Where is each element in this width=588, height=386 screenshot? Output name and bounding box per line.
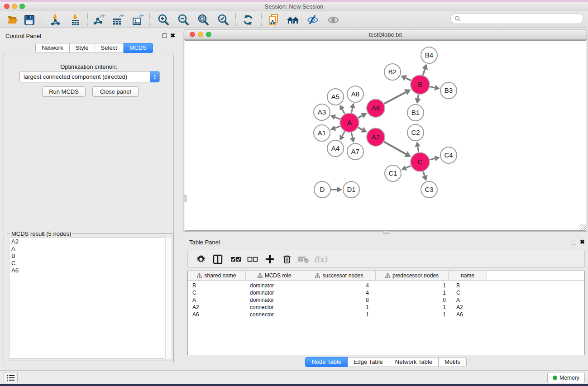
- graph-edge-A-A5[interactable]: [342, 109, 345, 114]
- network-graph[interactable]: B4B2BB3A5A8A6B1A3AA1C2A2A4A7C4CC1C3DD1: [185, 41, 586, 230]
- fx-label: f(x): [314, 255, 327, 264]
- table-tab-edge-table[interactable]: Edge Table: [348, 357, 389, 367]
- graph-edge-B-B2[interactable]: [406, 78, 411, 80]
- search-input[interactable]: [461, 15, 574, 22]
- export-network-icon[interactable]: [91, 12, 107, 28]
- table-row[interactable]: Bdominator41B: [188, 282, 584, 289]
- open-file-icon[interactable]: [5, 12, 20, 28]
- table-settings-gear-icon[interactable]: [193, 252, 209, 267]
- deselect-all-icon[interactable]: [245, 252, 260, 267]
- table-row[interactable]: Adominator80A: [188, 296, 584, 304]
- graph-node-label-C1: C1: [388, 169, 397, 177]
- function-builder-icon[interactable]: f(x): [313, 252, 328, 267]
- mcds-result-item[interactable]: A2: [10, 238, 171, 245]
- tab-style[interactable]: Style: [70, 43, 95, 53]
- mcds-result-item[interactable]: A6: [10, 267, 171, 274]
- graph-edge-A6-B[interactable]: [384, 92, 406, 104]
- graph-node-label-C3: C3: [425, 186, 433, 193]
- window-resize-grip[interactable]: [580, 224, 586, 230]
- export-table-icon[interactable]: [110, 12, 126, 28]
- graph-edge-B-B4[interactable]: [423, 69, 425, 75]
- criterion-dropdown[interactable]: largest connected component (directed) ▲…: [19, 71, 160, 82]
- zoom-fit-icon[interactable]: [196, 12, 211, 28]
- result-scrollbar[interactable]: [165, 238, 171, 359]
- table-row[interactable]: Cdominator41C: [188, 289, 584, 296]
- graph-edge-A-A2[interactable]: [358, 128, 362, 130]
- float-panel-icon[interactable]: [163, 33, 167, 38]
- select-all-icon[interactable]: [228, 252, 244, 267]
- node-table[interactable]: shared nameMCDS rolesuccessor nodesprede…: [187, 271, 585, 355]
- table-row[interactable]: A6connector11A6: [188, 311, 584, 318]
- graph-edge-arrowhead: [337, 187, 342, 193]
- graph-edge-A-A4[interactable]: [342, 131, 345, 136]
- horizontal-splitter[interactable]: [184, 232, 588, 234]
- table-tab-network-table[interactable]: Network Table: [389, 357, 439, 367]
- graph-edge-A-A1[interactable]: [335, 126, 340, 128]
- memory-button[interactable]: Memory: [547, 372, 585, 383]
- graph-edge-B-B3[interactable]: [430, 86, 435, 87]
- task-history-button[interactable]: [4, 372, 18, 383]
- network-window-title: testGlobe.txt: [184, 31, 587, 38]
- home-layout-icon[interactable]: [285, 12, 301, 28]
- column-header-filler: [487, 271, 584, 280]
- graph-edge-B-B1[interactable]: [418, 95, 418, 99]
- network-window-titlebar[interactable]: testGlobe.txt: [184, 29, 587, 40]
- column-header-name[interactable]: name: [449, 271, 487, 280]
- zoom-selected-icon[interactable]: [215, 12, 231, 28]
- close-panel-button[interactable]: Close panel: [92, 86, 139, 97]
- run-mcds-button[interactable]: Run MCDS: [42, 86, 86, 97]
- graph-edge-C-C1[interactable]: [406, 166, 411, 168]
- memory-status-icon: [553, 376, 557, 380]
- graph-edge-A-A8[interactable]: [351, 108, 352, 113]
- export-image-icon[interactable]: [130, 12, 146, 28]
- delete-column-trash-icon[interactable]: [279, 252, 295, 267]
- table-row[interactable]: A2connector11A2: [188, 304, 584, 311]
- import-table-icon[interactable]: [68, 12, 83, 28]
- table-tab-motifs[interactable]: Motifs: [439, 357, 467, 367]
- close-panel-icon[interactable]: ✖: [170, 32, 175, 39]
- column-header-successor-nodes[interactable]: successor nodes: [303, 271, 376, 280]
- graph-edge-C-C4[interactable]: [430, 158, 435, 160]
- zoom-in-icon[interactable]: [156, 12, 171, 28]
- new-network-from-file-icon[interactable]: [266, 12, 282, 28]
- canvas-splitter-handle[interactable]: [184, 195, 186, 202]
- graph-edge-C-C3[interactable]: [423, 172, 425, 176]
- table-cell: A2: [449, 304, 487, 310]
- graph-edge-arrowhead: [350, 137, 355, 143]
- graph-edge-A-A3[interactable]: [335, 117, 340, 119]
- desktop-background-strip-bottom: [0, 384, 588, 386]
- float-table-panel-icon[interactable]: [572, 240, 576, 244]
- graph-edge-A-A7[interactable]: [351, 133, 352, 138]
- tab-select[interactable]: Select: [95, 43, 124, 53]
- close-table-panel-icon[interactable]: ✖: [580, 238, 585, 245]
- import-network-icon[interactable]: [48, 12, 63, 28]
- show-columns-icon[interactable]: [210, 252, 225, 267]
- add-column-icon[interactable]: [262, 252, 277, 267]
- tab-network[interactable]: Network: [35, 43, 70, 53]
- mcds-result-item[interactable]: C: [10, 260, 171, 267]
- mcds-result-item[interactable]: B: [10, 253, 171, 260]
- column-header-MCDS-role[interactable]: MCDS role: [246, 271, 303, 280]
- search-field[interactable]: [450, 13, 583, 24]
- graph-node-label-A7: A7: [351, 148, 359, 155]
- network-canvas[interactable]: B4B2BB3A5A8A6B1A3AA1C2A2A4A7C4CC1C3DD1: [185, 40, 586, 231]
- zoom-out-icon[interactable]: [176, 12, 191, 28]
- mcds-result-box: MCDS result (5 nodes) A2ABCA6: [7, 234, 173, 361]
- column-header-shared-name[interactable]: shared name: [188, 271, 246, 280]
- graph-edge-A-A6[interactable]: [358, 115, 362, 118]
- graph-edge-A2-C[interactable]: [384, 142, 406, 154]
- tab-mcds[interactable]: MCDS: [124, 43, 153, 53]
- graph-node-label-C: C: [418, 158, 423, 166]
- refresh-icon[interactable]: [240, 12, 256, 28]
- hide-selected-icon[interactable]: [305, 12, 320, 28]
- mcds-result-item[interactable]: A: [10, 245, 171, 253]
- column-header-predecessor-nodes[interactable]: predecessor nodes: [376, 271, 449, 280]
- table-tab-node-table[interactable]: Node Table: [305, 357, 348, 367]
- optimization-criterion-label: Optimization criterion:: [4, 63, 173, 70]
- save-session-icon[interactable]: [22, 12, 37, 28]
- destroy-table-icon[interactable]: [296, 252, 311, 267]
- splitter-handle[interactable]: [383, 231, 390, 234]
- mcds-result-list[interactable]: A2ABCA6: [9, 238, 171, 359]
- show-all-icon[interactable]: [325, 12, 341, 28]
- graph-edge-C-C2[interactable]: [418, 147, 419, 152]
